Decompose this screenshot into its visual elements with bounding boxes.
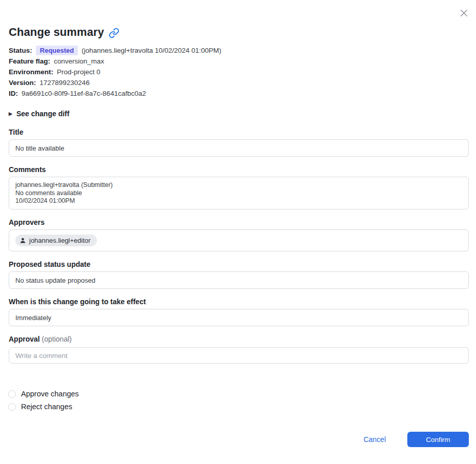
- effect-box: Immediately: [9, 309, 469, 326]
- title-box: No title available: [9, 139, 469, 157]
- comments-box: johannes.liegl+travolta (Submitter) No c…: [9, 177, 469, 209]
- environment-row: Environment: Prod-project 0: [9, 67, 469, 76]
- approver-chip-label: johannes.liegl+editor: [29, 237, 91, 244]
- chevron-right-icon: ▶: [9, 112, 12, 116]
- confirm-button[interactable]: Confirm: [407, 432, 469, 447]
- status-update-value: No status update proposed: [15, 277, 95, 284]
- environment-value: Prod-project 0: [57, 68, 100, 76]
- id-value: 9a6691c0-80f9-11ef-8a7c-8641cafbc0a2: [22, 90, 146, 97]
- link-icon[interactable]: [109, 28, 119, 38]
- page-title: Change summary: [9, 26, 119, 39]
- comments-section-label: Comments: [9, 165, 46, 174]
- comment-line: No comments available: [15, 189, 462, 198]
- status-detail: (johannes.liegl+travolta 10/02/2024 01:0…: [81, 47, 221, 54]
- feature-flag-row: Feature flag: conversion_max: [9, 56, 469, 66]
- effect-section-label: When is this change going to take effect: [9, 298, 146, 306]
- title-section-label: Title: [9, 128, 24, 136]
- id-label: ID:: [9, 90, 18, 97]
- status-label: Status:: [9, 47, 32, 54]
- approval-optional-text: (optional): [42, 335, 72, 343]
- see-change-diff-toggle[interactable]: ▶ See change diff: [9, 110, 69, 118]
- dialog-title-text: Change summary: [9, 26, 104, 39]
- feature-flag-value: conversion_max: [54, 57, 104, 65]
- dialog-footer: Cancel Confirm: [363, 432, 469, 447]
- environment-label: Environment:: [9, 68, 53, 76]
- approval-section-label: Approval (optional): [9, 335, 72, 343]
- feature-flag-label: Feature flag:: [9, 57, 50, 65]
- reject-radio-label: Reject changes: [21, 403, 72, 411]
- version-label: Version:: [9, 79, 36, 87]
- effect-value: Immediately: [15, 314, 51, 322]
- change-summary-dialog: Change summary Status: Requested (johann…: [0, 0, 476, 464]
- status-update-box: No status update proposed: [9, 271, 469, 289]
- approve-radio[interactable]: [8, 390, 16, 398]
- see-change-diff-label: See change diff: [16, 110, 69, 118]
- comment-line: 10/02/2024 01:00PM: [15, 197, 462, 205]
- approve-radio-label: Approve changes: [21, 390, 79, 398]
- version-row: Version: 1727899230246: [9, 78, 469, 87]
- id-row: ID: 9a6691c0-80f9-11ef-8a7c-8641cafbc0a2: [9, 89, 469, 98]
- comment-line: johannes.liegl+travolta (Submitter): [15, 181, 462, 189]
- version-value: 1727899230246: [39, 79, 90, 87]
- approvers-box: johannes.liegl+editor: [9, 229, 469, 251]
- reject-changes-option[interactable]: Reject changes: [8, 403, 72, 411]
- approve-changes-option[interactable]: Approve changes: [8, 390, 79, 398]
- status-badge: Requested: [36, 46, 78, 55]
- status-row: Status: Requested (johannes.liegl+travol…: [9, 46, 469, 55]
- approval-comment-input[interactable]: [9, 347, 469, 364]
- approvers-section-label: Approvers: [9, 218, 45, 226]
- title-value: No title available: [15, 144, 64, 152]
- person-icon: [19, 237, 26, 244]
- approver-chip[interactable]: johannes.liegl+editor: [15, 235, 97, 246]
- cancel-button[interactable]: Cancel: [363, 435, 386, 444]
- approval-label-text: Approval: [9, 335, 40, 343]
- reject-radio[interactable]: [8, 403, 16, 411]
- status-update-section-label: Proposed status update: [9, 260, 90, 268]
- close-icon: [459, 8, 469, 18]
- close-button[interactable]: [458, 7, 469, 18]
